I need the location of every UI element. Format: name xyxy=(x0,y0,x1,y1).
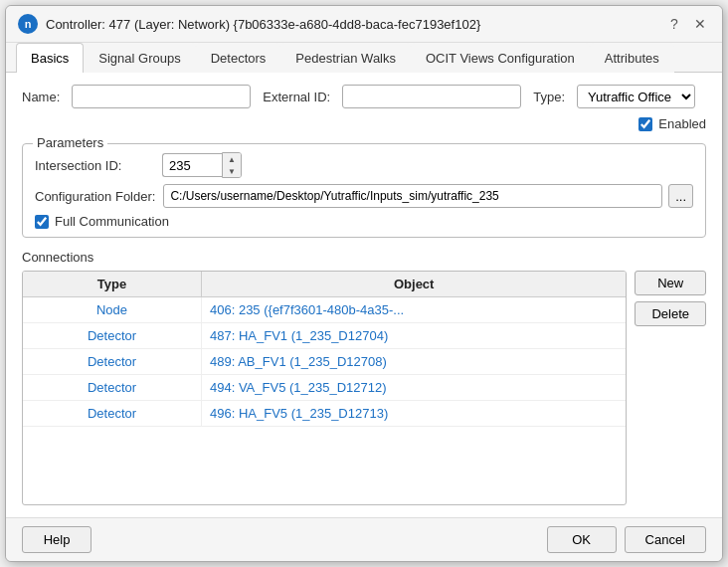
tab-detectors[interactable]: Detectors xyxy=(196,43,281,73)
spinner-buttons: ▲ ▼ xyxy=(222,152,242,178)
table-row[interactable]: Node 406: 235 ({ef7f3601-480b-4a35-... xyxy=(23,297,626,323)
browse-button[interactable]: ... xyxy=(668,184,693,208)
help-icon-btn[interactable]: ? xyxy=(664,14,684,34)
type-label: Type: xyxy=(533,90,565,104)
table-row[interactable]: Detector 489: AB_FV1 (1_235_D12708) xyxy=(23,349,626,375)
folder-row: ... xyxy=(163,184,693,208)
enabled-row: Enabled xyxy=(22,116,706,131)
full-communication-checkbox[interactable] xyxy=(35,215,49,229)
tab-signal-groups[interactable]: Signal Groups xyxy=(84,43,195,73)
spinner-down-btn[interactable]: ▼ xyxy=(223,165,241,177)
full-communication-row: Full Communication xyxy=(35,214,693,229)
title-bar-buttons: ? ✕ xyxy=(664,14,710,34)
footer: Help OK Cancel xyxy=(6,517,722,561)
help-button[interactable]: Help xyxy=(22,526,91,553)
new-connection-button[interactable]: New xyxy=(635,271,706,295)
table-header: Type Object xyxy=(23,272,626,297)
footer-right: OK Cancel xyxy=(547,526,706,553)
table-row[interactable]: Detector 496: HA_FV5 (1_235_D12713) xyxy=(23,401,626,427)
extid-label: External ID: xyxy=(263,90,330,104)
delete-connection-button[interactable]: Delete xyxy=(635,301,706,326)
tab-basics[interactable]: Basics xyxy=(16,43,84,73)
col-type-header: Type xyxy=(23,272,202,296)
spinner-up-btn[interactable]: ▲ xyxy=(223,153,241,165)
table-row[interactable]: Detector 487: HA_FV1 (1_235_D12704) xyxy=(23,323,626,349)
close-button[interactable]: ✕ xyxy=(690,14,710,34)
tab-bar: Basics Signal Groups Detectors Pedestria… xyxy=(6,43,722,73)
row-type: Node xyxy=(23,297,202,322)
main-dialog: n Controller: 477 (Layer: Network) {7b06… xyxy=(5,5,723,562)
intersection-id-label: Intersection ID: xyxy=(35,158,154,173)
tab-pedestrian-walks[interactable]: Pedestrian Walks xyxy=(280,43,411,73)
connections-buttons: New Delete xyxy=(635,271,706,505)
intersection-id-input[interactable] xyxy=(162,153,222,177)
col-object-header: Object xyxy=(202,272,626,296)
config-folder-label: Configuration Folder: xyxy=(35,189,155,204)
app-icon: n xyxy=(18,14,38,34)
dialog-title: Controller: 477 (Layer: Network) {7b0633… xyxy=(46,17,480,32)
name-label: Name: xyxy=(22,90,60,104)
connections-body: Type Object Node 406: 235 ({ef7f3601-480… xyxy=(22,271,706,505)
parameters-group: Parameters Intersection ID: ▲ ▼ Configur… xyxy=(22,143,706,238)
type-select-wrapper: Yutraffic Office Type B Type C xyxy=(577,85,695,108)
row-type: Detector xyxy=(23,349,202,374)
intersection-id-row: Intersection ID: ▲ ▼ xyxy=(35,152,693,178)
row-object: 494: VA_FV5 (1_235_D12712) xyxy=(202,375,626,400)
row-type: Detector xyxy=(23,401,202,426)
table-row[interactable]: Detector 494: VA_FV5 (1_235_D12712) xyxy=(23,375,626,401)
connections-section: Connections Type Object Node 406: 235 ({… xyxy=(22,250,706,505)
content-area: Name: External ID: Type: Yutraffic Offic… xyxy=(6,73,722,517)
title-bar-left: n Controller: 477 (Layer: Network) {7b06… xyxy=(18,14,480,34)
title-bar: n Controller: 477 (Layer: Network) {7b06… xyxy=(6,6,722,43)
config-folder-input[interactable] xyxy=(163,184,662,208)
connections-title: Connections xyxy=(22,250,706,265)
row-object: 489: AB_FV1 (1_235_D12708) xyxy=(202,349,626,374)
tab-ocit-views[interactable]: OCIT Views Configuration xyxy=(411,43,590,73)
enabled-checkbox[interactable] xyxy=(638,117,652,131)
tab-attributes[interactable]: Attributes xyxy=(590,43,674,73)
enabled-label: Enabled xyxy=(658,116,706,131)
ok-button[interactable]: OK xyxy=(547,526,617,553)
row-object: 487: HA_FV1 (1_235_D12704) xyxy=(202,323,626,348)
type-select[interactable]: Yutraffic Office Type B Type C xyxy=(577,85,695,108)
row-type: Detector xyxy=(23,323,202,348)
row-object: 406: 235 ({ef7f3601-480b-4a35-... xyxy=(202,297,626,322)
connections-table: Type Object Node 406: 235 ({ef7f3601-480… xyxy=(22,271,627,505)
parameters-title: Parameters xyxy=(33,135,107,150)
full-communication-label: Full Communication xyxy=(55,214,169,229)
row-type: Detector xyxy=(23,375,202,400)
table-body[interactable]: Node 406: 235 ({ef7f3601-480b-4a35-... D… xyxy=(23,297,626,504)
name-input[interactable] xyxy=(72,85,251,108)
extid-input[interactable] xyxy=(342,85,521,108)
config-folder-row: Configuration Folder: ... xyxy=(35,184,693,208)
intersection-id-spinner: ▲ ▼ xyxy=(162,152,242,178)
name-extid-row: Name: External ID: Type: Yutraffic Offic… xyxy=(22,85,706,108)
cancel-button[interactable]: Cancel xyxy=(625,526,706,553)
row-object: 496: HA_FV5 (1_235_D12713) xyxy=(202,401,626,426)
